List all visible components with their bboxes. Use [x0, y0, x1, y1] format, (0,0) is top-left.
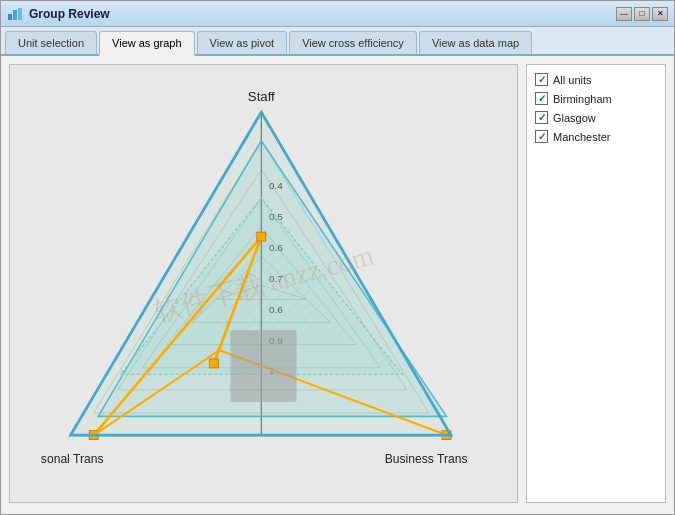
svg-rect-2 [18, 8, 22, 20]
legend-area: All units Birmingham Glasgow Manchester [526, 64, 666, 503]
window: Group Review — □ ✕ Unit selection View a… [0, 0, 675, 515]
tab-view-as-data-map[interactable]: View as data map [419, 31, 532, 54]
legend-checkbox-manchester[interactable] [535, 130, 548, 143]
legend-label-manchester: Manchester [553, 131, 610, 143]
minimize-button[interactable]: — [616, 7, 632, 21]
title-bar: Group Review — □ ✕ [1, 1, 674, 27]
tab-view-cross-efficiency[interactable]: View cross efficiency [289, 31, 417, 54]
svg-rect-1 [13, 10, 17, 20]
legend-item-glasgow: Glasgow [535, 111, 657, 124]
legend-checkbox-all-units[interactable] [535, 73, 548, 86]
marker-orange-top [257, 232, 266, 241]
content-area: Staff sonal Trans Business Trans [1, 56, 674, 511]
legend-label-all-units: All units [553, 74, 592, 86]
tab-view-as-pivot[interactable]: View as pivot [197, 31, 288, 54]
graph-area: Staff sonal Trans Business Trans [9, 64, 518, 503]
tab-unit-selection[interactable]: Unit selection [5, 31, 97, 54]
axis-label-bottom-right: Business Trans [385, 452, 468, 466]
legend-item-manchester: Manchester [535, 130, 657, 143]
window-title: Group Review [29, 7, 110, 21]
svg-rect-0 [8, 14, 12, 20]
close-button[interactable]: ✕ [652, 7, 668, 21]
marker-orange-mid [209, 359, 218, 368]
axis-label-top: Staff [248, 89, 275, 104]
tab-bar: Unit selection View as graph View as piv… [1, 27, 674, 56]
tab-view-as-graph[interactable]: View as graph [99, 31, 195, 56]
legend-label-glasgow: Glasgow [553, 112, 596, 124]
legend-checkbox-birmingham[interactable] [535, 92, 548, 105]
chart-icon [7, 6, 23, 22]
axis-label-bottom-left: sonal Trans [41, 452, 104, 466]
title-buttons: — □ ✕ [616, 7, 668, 21]
legend-item-birmingham: Birmingham [535, 92, 657, 105]
legend-item-all-units: All units [535, 73, 657, 86]
legend-checkbox-glasgow[interactable] [535, 111, 548, 124]
svg-rect-20 [230, 330, 296, 402]
radar-chart: Staff sonal Trans Business Trans [10, 65, 517, 502]
legend-label-birmingham: Birmingham [553, 93, 612, 105]
title-bar-left: Group Review [7, 6, 110, 22]
maximize-button[interactable]: □ [634, 7, 650, 21]
